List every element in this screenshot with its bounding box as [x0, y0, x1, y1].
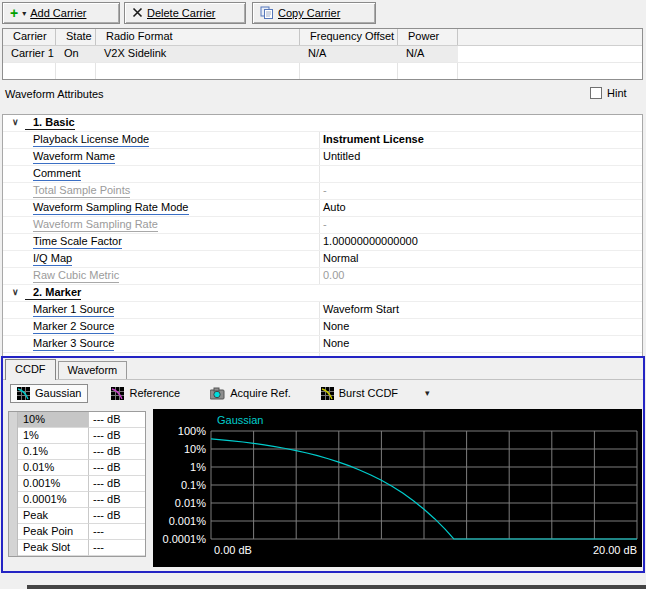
- section-header[interactable]: ∨2. Marker: [3, 285, 642, 302]
- property-label-link[interactable]: Marker 1 Source: [33, 302, 114, 317]
- camera-icon: [210, 387, 225, 400]
- stats-label: Peak Poin: [18, 524, 89, 540]
- row-header-strip: [9, 492, 18, 508]
- property-value[interactable]: [320, 166, 323, 182]
- stats-value: --- dB: [89, 492, 145, 508]
- property-label-link: Raw Cubic Metric: [33, 268, 119, 283]
- property-row: Waveform NameUntitled: [3, 149, 642, 166]
- property-row: Marker 3 SourceNone: [3, 336, 642, 353]
- stats-label: Peak Slot: [18, 540, 89, 556]
- stats-label: 0.1%: [18, 444, 89, 460]
- section-header[interactable]: ∨1. Basic: [3, 115, 642, 132]
- stats-value: --- dB: [89, 460, 145, 476]
- property-label-cell: I/Q Map: [3, 251, 320, 267]
- stats-label: 1%: [18, 428, 89, 444]
- y-tick-label: 0.001%: [169, 515, 207, 527]
- property-row: Marker 1 SourceWaveform Start: [3, 302, 642, 319]
- property-label-cell: Waveform Sampling Rate: [3, 217, 320, 233]
- column-header[interactable]: State: [56, 29, 96, 45]
- property-value[interactable]: Waveform Start: [320, 302, 399, 318]
- carrier-cell: Carrier 1: [3, 46, 56, 62]
- copy-icon: [260, 6, 274, 21]
- property-row: Marker 2 SourceNone: [3, 319, 642, 336]
- carrier-row[interactable]: Carrier 1OnV2X SidelinkN/AN/A: [3, 46, 642, 63]
- property-label-cell: Total Sample Points: [3, 183, 320, 199]
- hint-label: Hint: [607, 87, 627, 99]
- chevron-down-icon: ∨: [3, 285, 25, 301]
- property-label-link[interactable]: Marker 3 Source: [33, 336, 114, 351]
- y-tick-label: 0.1%: [181, 479, 206, 491]
- tab-ccdf[interactable]: CCDF: [5, 359, 56, 380]
- reference-button[interactable]: Reference: [104, 384, 187, 403]
- row-header-strip: [9, 444, 18, 460]
- stats-value: --- dB: [89, 508, 145, 524]
- column-header[interactable]: Radio Format: [96, 29, 300, 45]
- property-label-link[interactable]: Waveform Sampling Rate Mode: [33, 200, 189, 215]
- y-tick-label: 0.01%: [175, 497, 206, 509]
- property-row: Waveform Sampling Rate-: [3, 217, 642, 234]
- copy-carrier-button[interactable]: Copy Carrier: [252, 2, 376, 24]
- column-header[interactable]: Carrier: [3, 29, 56, 45]
- delete-x-icon: [132, 7, 143, 20]
- property-row: Comment: [3, 166, 642, 183]
- property-label-cell: Marker 3 Source: [3, 336, 320, 352]
- property-value[interactable]: None: [320, 336, 349, 352]
- stats-value: ---: [89, 524, 145, 540]
- add-dropdown-arrow-icon[interactable]: ▾: [22, 9, 26, 18]
- add-carrier-button[interactable]: +▾ Add Carrier: [2, 2, 120, 24]
- burst-ccdf-dropdown-arrow-icon[interactable]: ▾: [421, 386, 434, 400]
- carrier-empty-row[interactable]: [3, 63, 642, 79]
- ccdf-content: 10%--- dB1%--- dB0.1%--- dB0.01%--- dB0.…: [3, 406, 643, 570]
- property-label-link[interactable]: Waveform Name: [33, 149, 115, 164]
- property-row: Total Sample Points-: [3, 183, 642, 200]
- hint-checkbox[interactable]: [590, 87, 602, 99]
- stats-value: --- dB: [89, 444, 145, 460]
- toolbar-button-label: Burst CCDF: [339, 387, 398, 399]
- property-value[interactable]: Normal: [320, 251, 358, 267]
- property-label-link[interactable]: I/Q Map: [33, 251, 72, 266]
- property-label-link[interactable]: Time Scale Factor: [33, 234, 122, 249]
- property-value[interactable]: None: [320, 319, 349, 335]
- add-carrier-label: Add Carrier: [30, 7, 86, 19]
- tab-waveform[interactable]: Waveform: [58, 361, 128, 379]
- chevron-down-icon: ∨: [3, 115, 25, 131]
- acquire-ref-button[interactable]: Acquire Ref.: [203, 384, 298, 403]
- property-label-link: Waveform Sampling Rate: [33, 217, 158, 232]
- property-label-link[interactable]: Playback License Mode: [33, 132, 149, 147]
- toolbar-button-label: Reference: [129, 387, 180, 399]
- stats-label: 10%: [18, 412, 89, 428]
- row-header-strip: [9, 428, 18, 444]
- property-value: 0.00: [320, 268, 344, 284]
- stats-value: ---: [89, 540, 145, 556]
- stats-value: --- dB: [89, 428, 145, 444]
- ccdf-curve-icon: [111, 387, 124, 400]
- waveform-editor-window: +▾ Add Carrier Delete Carrier Copy Carri…: [0, 0, 646, 589]
- carrier-table-header: CarrierStateRadio FormatFrequency Offset…: [3, 29, 642, 46]
- ccdf-toolbar: GaussianReferenceAcquire Ref.Burst CCDF▾: [3, 380, 643, 406]
- property-value[interactable]: 1.00000000000000: [320, 234, 418, 250]
- column-header[interactable]: Power: [398, 29, 458, 45]
- gaussian-button[interactable]: Gaussian: [10, 384, 88, 403]
- empty-cell: [398, 63, 458, 79]
- column-header[interactable]: Frequency Offset: [300, 29, 398, 45]
- y-tick-label: 10%: [184, 443, 206, 455]
- property-label-link[interactable]: Comment: [33, 166, 81, 181]
- property-row: Raw Cubic Metric0.00: [3, 268, 642, 285]
- property-label-link[interactable]: Marker 2 Source: [33, 319, 114, 334]
- property-value[interactable]: Instrument License: [320, 132, 424, 148]
- y-tick-label: 0.0001%: [163, 533, 207, 545]
- burst-ccdf-button[interactable]: Burst CCDF: [314, 384, 405, 403]
- stats-row: 0.001%--- dB: [9, 476, 145, 492]
- row-header-strip: [9, 524, 18, 540]
- property-label-cell: Marker 2 Source: [3, 319, 320, 335]
- delete-carrier-button[interactable]: Delete Carrier: [124, 2, 246, 24]
- stats-row: Peak Slot---: [9, 540, 145, 556]
- row-header-strip: [9, 508, 18, 524]
- empty-cell: [3, 63, 56, 79]
- property-label-link: Total Sample Points: [33, 183, 130, 198]
- stats-row: Peak--- dB: [9, 508, 145, 524]
- delete-carrier-label: Delete Carrier: [147, 7, 215, 19]
- x-axis-right-label: 20.00 dB: [593, 544, 637, 556]
- property-value[interactable]: Auto: [320, 200, 346, 216]
- property-value[interactable]: Untitled: [320, 149, 360, 165]
